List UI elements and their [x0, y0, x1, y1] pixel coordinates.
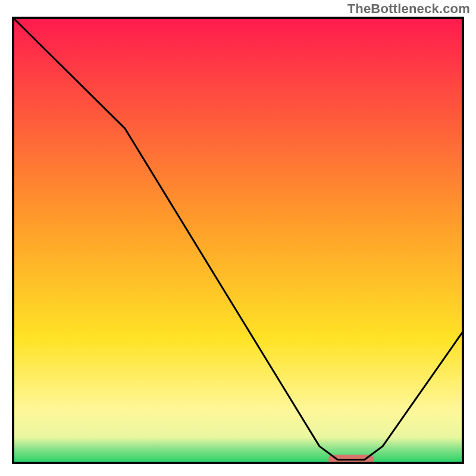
chart-container: TheBottleneck.com — [0, 0, 476, 476]
bottleneck-chart — [12, 17, 464, 464]
watermark-text: TheBottleneck.com — [347, 1, 470, 17]
